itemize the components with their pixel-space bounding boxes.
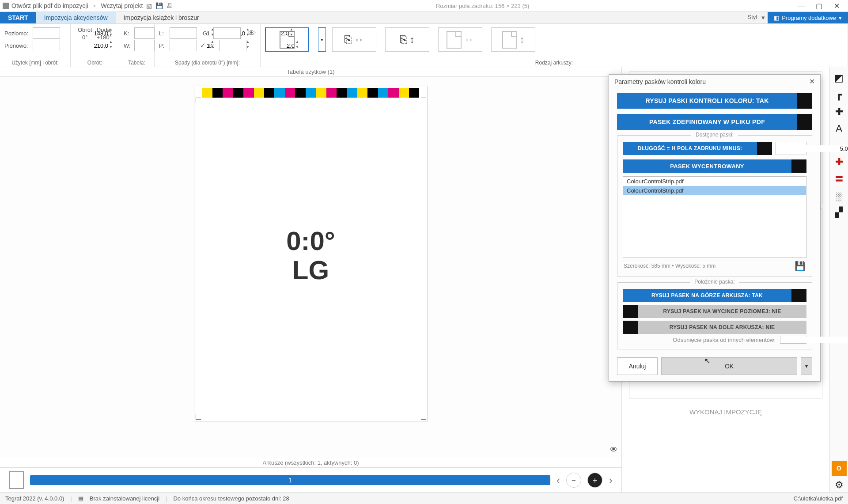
strip-dimensions: Szerokość: 585 mm • Wysokość: 5 mm: [624, 263, 716, 269]
minimize-button[interactable]: —: [792, 2, 810, 10]
bleed-link-icon[interactable]: ✓: [200, 42, 206, 49]
chevron-down-icon: ▾: [839, 15, 842, 21]
project-icon[interactable]: ▧: [146, 2, 152, 9]
save-strip-icon[interactable]: 💾: [795, 261, 806, 271]
dialog-close-button[interactable]: ✕: [809, 77, 815, 86]
sheet-type-3[interactable]: ⎘↕: [385, 27, 429, 52]
l-input[interactable]: ▲▼: [170, 27, 197, 39]
imposition-sheet[interactable]: 0:0° LG: [194, 86, 428, 421]
rotate-button[interactable]: Obrót 0°: [78, 27, 92, 42]
sheet-type-1-variant[interactable]: •: [318, 27, 326, 52]
tab-impozycja-ksiazek[interactable]: Impozycja książek i broszur: [116, 12, 207, 23]
pionowo-input[interactable]: ▲▼: [33, 40, 60, 51]
vtool-corner-icon[interactable]: ◩: [832, 71, 847, 86]
status-license: Brak zainstalowanej licencji: [90, 495, 159, 502]
list-item[interactable]: ColourControlStrip.pdf: [623, 177, 806, 186]
page-zoom-out-button[interactable]: －: [566, 473, 581, 488]
ok-button[interactable]: OK ↖: [661, 357, 797, 375]
centered-toggle-label: PASEK WYCENTROWANY: [623, 159, 791, 173]
vtool-text-icon[interactable]: A: [832, 121, 847, 136]
toggle-strip-bottom-label: RYSUJ PASEK NA DOLE ARKUSZA: NIE: [638, 321, 806, 334]
pionowo-label: Pionowo:: [4, 42, 30, 49]
programs-icon: ◧: [774, 15, 779, 21]
vtool-lines-icon[interactable]: 〓: [832, 171, 847, 186]
sheet-type-5[interactable]: ↕: [491, 27, 535, 52]
length-value-input[interactable]: ▲▼: [776, 142, 806, 155]
page-slider[interactable]: 1: [30, 475, 550, 485]
p-input[interactable]: ▲▼: [170, 40, 197, 51]
print-icon[interactable]: 🖶: [167, 2, 173, 9]
cursor-icon: ↖: [704, 356, 711, 366]
sheets-title: Arkusze (wszystkich: 1, aktywnych: 0): [0, 458, 621, 467]
print-area-hint: Rozmiar pola zadruku: 156 × 223 (5): [436, 3, 529, 9]
crop-mark-br: [421, 414, 426, 420]
vtool-orange-button[interactable]: O: [832, 461, 847, 476]
extra-programs-label: Programy dodatkowe: [782, 15, 836, 21]
add-180-button[interactable]: Dodaj +180°: [97, 27, 112, 42]
vtool-target-icon[interactable]: ✚: [832, 104, 847, 119]
rodzaj-caption: Rodzaj arkuszy:: [265, 58, 843, 66]
vtool-cross-icon[interactable]: ✚: [832, 155, 847, 170]
status-license-icon: ▤: [78, 495, 83, 502]
tabela-caption: Tabela:: [124, 58, 150, 66]
status-app: Tegraf 2022 (v. 4.0.0.0): [5, 495, 64, 502]
cancel-button[interactable]: Anuluj: [617, 357, 658, 375]
length-mode-button[interactable]: DŁUGOŚĆ = H POLA ZADRUKU MINUS:: [623, 142, 772, 155]
vtool-checker-icon[interactable]: ▞: [832, 205, 847, 220]
extra-programs-button[interactable]: ◧ Programy dodatkowe ▾: [768, 12, 848, 23]
bleed-visibility-icon[interactable]: 👁: [248, 29, 256, 38]
toggle-indicator: [791, 159, 806, 173]
vtool-crop-icon[interactable]: ┏: [832, 87, 847, 102]
offset-input[interactable]: ▲▼: [780, 336, 806, 344]
toggle-strip-in-pdf[interactable]: PASEK ZDEFINIOWANY W PLIKU PDF: [617, 114, 812, 130]
toggle-strip-top-label: RYSUJ PASEK NA GÓRZE ARKUSZA: TAK: [623, 289, 791, 302]
page-thumb-icon[interactable]: [9, 471, 24, 489]
style-dropdown[interactable]: ▾: [761, 12, 768, 23]
sheet-type-2[interactable]: ⎘↔: [332, 27, 376, 52]
list-item[interactable]: ColourControlStrip.pdf: [623, 186, 806, 195]
color-control-strip: [202, 88, 420, 98]
sheet-type-1[interactable]: [265, 27, 309, 52]
app-icon: [3, 3, 9, 9]
status-trial: Do końca okresu testowego pozostało dni:…: [173, 495, 289, 502]
g-label: G:: [203, 30, 211, 37]
close-button[interactable]: ✕: [828, 2, 845, 10]
ok-dropdown[interactable]: ▾: [801, 357, 812, 375]
toggle-draw-strips[interactable]: RYSUJ PASKI KONTROLI KOLORU: TAK: [617, 93, 812, 109]
run-imposition-button[interactable]: WYKONAJ IMPOZYCJĘ: [629, 403, 822, 421]
sheet-type-4[interactable]: ↔: [438, 27, 482, 52]
g-input[interactable]: ▲▼: [213, 27, 241, 39]
toggle-indicator: [623, 321, 638, 334]
toggle-strip-bottom[interactable]: RYSUJ PASEK NA DOLE ARKUSZA: NIE: [623, 321, 806, 334]
position-legend: Położenie paska:: [690, 279, 739, 285]
vtool-settings-icon[interactable]: ⚙: [832, 477, 847, 493]
save-icon[interactable]: 💾: [155, 2, 163, 9]
k-input[interactable]: ▲▼: [134, 27, 155, 39]
d-input[interactable]: ▲▼: [219, 40, 246, 51]
load-project-link[interactable]: Wczytaj projekt: [101, 2, 143, 9]
preview-eye-icon[interactable]: 👁: [610, 445, 618, 455]
k-label: K:: [124, 30, 132, 37]
centered-toggle[interactable]: PASEK WYCENTROWANY: [623, 159, 806, 173]
tab-impozycja-akcydensow[interactable]: Impozycja akcydensów: [36, 12, 116, 23]
canvas-title: Tabela użytków (1): [0, 67, 621, 76]
obrot-caption: Obrót:: [87, 58, 102, 66]
page-prev-button[interactable]: ‹: [556, 474, 560, 487]
page-zoom-in-button[interactable]: ＋: [587, 473, 602, 488]
strip-file-list[interactable]: ColourControlStrip.pdf ColourControlStri…: [623, 176, 806, 258]
style-label: Styl: [743, 12, 761, 23]
open-pdf-link[interactable]: Otwórz plik pdf do impozycji: [11, 2, 88, 9]
maximize-button[interactable]: ▢: [810, 2, 828, 10]
tab-start[interactable]: START: [0, 12, 36, 23]
toggle-draw-strips-label: RYSUJ PASKI KONTROLI KOLORU: TAK: [617, 93, 797, 109]
available-strips-legend: Dostępne paski:: [691, 132, 738, 138]
w-input[interactable]: ▲▼: [134, 40, 155, 51]
toggle-strip-cut[interactable]: RYSUJ PASEK NA WYCINCE POZIOMEJ: NIE: [623, 305, 806, 318]
vtool-pattern-icon[interactable]: ░: [832, 188, 847, 203]
crop-mark-tr: [421, 98, 426, 103]
uzytek-caption: Użytek [mm] i obrót:: [4, 58, 66, 66]
toggle-strip-top[interactable]: RYSUJ PASEK NA GÓRZE ARKUSZA: TAK: [623, 289, 806, 302]
sheet-code-label: LG: [194, 256, 428, 285]
poziomo-input[interactable]: ▲▼: [33, 27, 60, 39]
page-next-button[interactable]: ›: [609, 474, 613, 487]
